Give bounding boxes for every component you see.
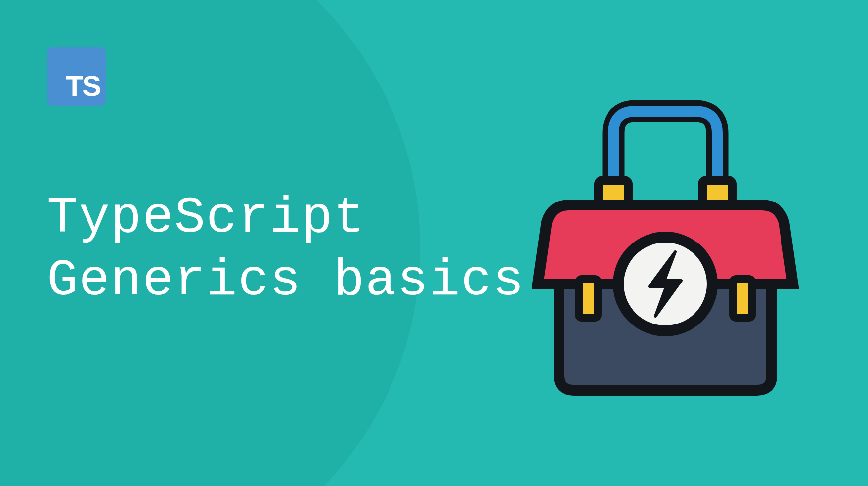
toolbox-illustration	[532, 84, 799, 400]
svg-rect-2	[579, 279, 598, 318]
typescript-logo-text: TS	[66, 69, 100, 102]
toolbox-icon	[532, 84, 799, 400]
title-line-2: Generics basics	[47, 249, 524, 312]
typescript-logo: TS	[47, 47, 106, 106]
title-line-1: TypeScript	[47, 187, 524, 249]
page-title: TypeScript Generics basics	[47, 187, 524, 312]
svg-rect-3	[733, 279, 752, 318]
